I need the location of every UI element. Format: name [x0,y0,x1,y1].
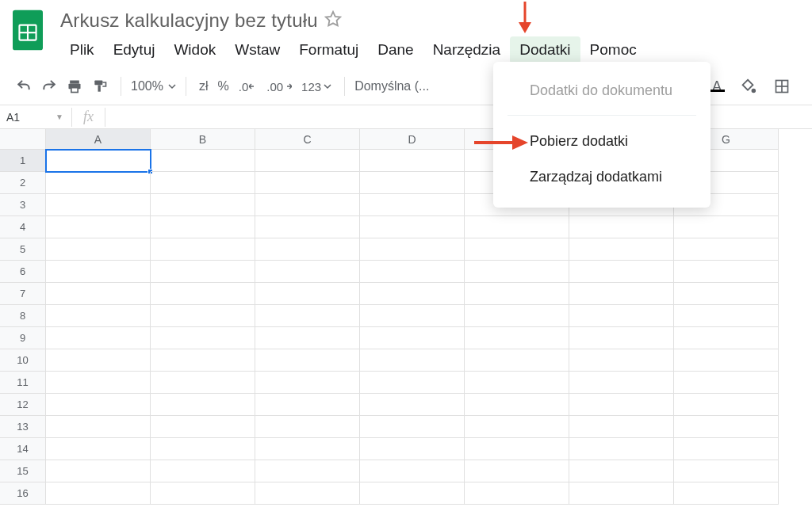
cell[interactable] [46,349,151,372]
row-header[interactable]: 16 [0,482,46,505]
menu-dodatki[interactable]: Dodatki [510,36,580,63]
cell[interactable] [465,261,569,283]
cell[interactable] [151,261,255,283]
cell[interactable] [360,394,465,416]
cell[interactable] [46,327,151,349]
paint-format-icon[interactable] [89,74,111,98]
cell[interactable] [674,216,779,238]
cell[interactable] [465,216,569,238]
cell[interactable] [255,283,360,305]
cell[interactable] [151,172,255,194]
column-header[interactable]: B [151,129,255,150]
cell[interactable] [255,438,360,460]
redo-icon[interactable] [38,74,60,98]
column-header[interactable]: A [46,129,151,150]
cell[interactable] [465,460,569,482]
row-header[interactable]: 10 [0,349,46,372]
name-box[interactable]: A1 [0,111,48,124]
cell[interactable] [151,416,255,438]
cell[interactable] [360,150,465,172]
row-header[interactable]: 6 [0,261,46,283]
cell[interactable] [360,482,465,505]
row-header[interactable]: 7 [0,283,46,305]
cell[interactable] [360,238,465,261]
menu-dane[interactable]: Dane [368,36,423,63]
cell[interactable] [255,150,360,172]
cell[interactable] [674,372,779,394]
cell[interactable] [360,261,465,283]
row-header[interactable]: 3 [0,194,46,216]
menu-wstaw[interactable]: Wstaw [225,36,289,63]
cell[interactable] [569,416,674,438]
font-family-dropdown[interactable]: Domyślna (... [354,79,429,93]
cell[interactable] [569,372,674,394]
cell[interactable] [465,482,569,505]
cell[interactable] [46,261,151,283]
cell[interactable] [46,482,151,505]
fill-color-button[interactable] [736,74,760,98]
cell[interactable] [255,460,360,482]
cell[interactable] [255,394,360,416]
cell[interactable] [674,327,779,349]
cell[interactable] [569,394,674,416]
cell[interactable] [465,372,569,394]
cell[interactable] [46,305,151,327]
cell[interactable] [151,150,255,172]
cell[interactable] [151,305,255,327]
dropdown-item-get-addons[interactable]: Pobierz dodatki [493,124,710,159]
cell[interactable] [255,238,360,261]
cell[interactable] [360,327,465,349]
cell[interactable] [360,416,465,438]
cell[interactable] [360,194,465,216]
row-header[interactable]: 5 [0,238,46,261]
cell[interactable] [46,283,151,305]
cell[interactable] [360,372,465,394]
cell[interactable] [569,327,674,349]
row-header[interactable]: 8 [0,305,46,327]
star-icon[interactable] [324,10,342,31]
row-header[interactable]: 9 [0,327,46,349]
cell[interactable] [569,238,674,261]
cell[interactable] [674,283,779,305]
cell[interactable] [151,349,255,372]
increase-decimals-button[interactable]: .00 [263,74,295,98]
cell[interactable] [674,261,779,283]
cell[interactable] [569,283,674,305]
menu-widok[interactable]: Widok [164,36,225,63]
cell[interactable] [465,394,569,416]
cell[interactable] [151,460,255,482]
cell[interactable] [46,438,151,460]
cell[interactable] [46,172,151,194]
cell[interactable] [360,216,465,238]
menu-narzedzia[interactable]: Narzędzia [423,36,511,63]
cell[interactable] [46,372,151,394]
cell[interactable] [360,460,465,482]
menu-pomoc[interactable]: Pomoc [580,36,646,63]
row-header[interactable]: 12 [0,394,46,416]
cell[interactable] [465,327,569,349]
text-color-button[interactable]: A [709,81,725,92]
cell[interactable] [465,305,569,327]
cell[interactable] [255,172,360,194]
cell[interactable] [360,283,465,305]
cell[interactable] [46,216,151,238]
cell[interactable] [151,283,255,305]
menu-plik[interactable]: Plik [60,36,104,63]
cell[interactable] [255,216,360,238]
cell[interactable] [151,394,255,416]
dropdown-item-manage-addons[interactable]: Zarządzaj dodatkami [493,159,710,195]
cell[interactable] [674,238,779,261]
percent-format-button[interactable]: % [214,74,232,98]
column-header[interactable]: C [255,129,360,150]
column-header[interactable]: D [360,129,465,150]
cell[interactable] [151,438,255,460]
print-icon[interactable] [63,74,86,98]
cell[interactable] [674,416,779,438]
cell[interactable] [569,438,674,460]
cell[interactable] [465,238,569,261]
cell[interactable] [569,460,674,482]
borders-button[interactable] [771,74,793,98]
select-all-corner[interactable] [0,129,46,150]
cell[interactable] [465,349,569,372]
cell[interactable] [569,216,674,238]
